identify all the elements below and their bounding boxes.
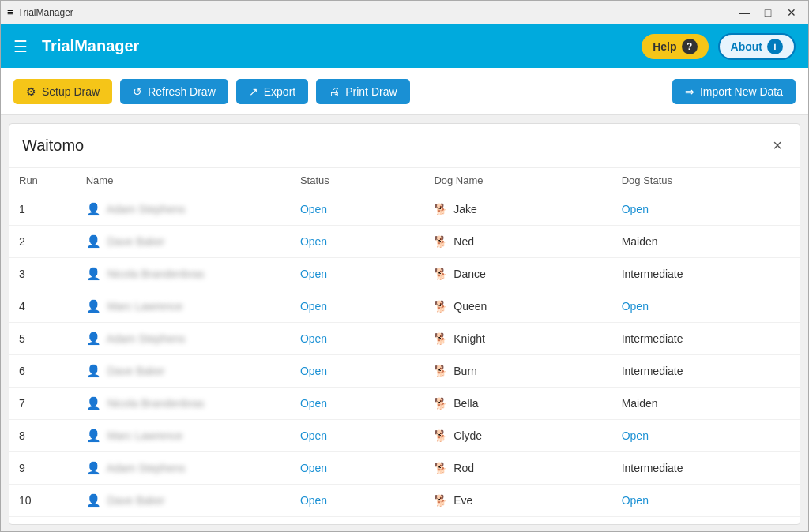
setup-draw-button[interactable]: ⚙ Setup Draw <box>13 79 112 104</box>
print-draw-button[interactable]: 🖨 Print Draw <box>316 79 409 104</box>
cell-status: Open <box>291 452 424 485</box>
cell-status: Open <box>291 355 424 388</box>
help-button[interactable]: Help ? <box>642 34 708 59</box>
cell-dogname: 🐕 Queen <box>424 290 611 323</box>
cell-dogstatus: Intermediate <box>612 452 800 485</box>
cell-name: 👤 Nicola Brandenbras <box>77 517 291 525</box>
person-icon: 👤 <box>86 299 101 313</box>
cell-dogstatus: Maiden <box>612 517 800 525</box>
export-icon: ↗ <box>249 85 258 98</box>
dog-icon: 🐕 <box>434 235 447 248</box>
person-icon: 👤 <box>86 234 101 248</box>
col-dogstatus: Dog Status <box>612 168 800 193</box>
table-row[interactable]: 11 👤 Nicola Brandenbras Open 🐕 Willo Mai… <box>9 517 800 525</box>
person-icon: 👤 <box>86 461 101 474</box>
cell-name: 👤 Dave Baker <box>77 226 291 258</box>
person-icon: 👤 <box>86 332 101 345</box>
cell-name: 👤 Dave Baker <box>77 355 291 388</box>
title-bar: ≡ TrialManager — □ ✕ <box>1 1 808 24</box>
data-table: Run Name Status Dog Name Dog Status 1 👤 … <box>9 168 800 524</box>
cell-run: 7 <box>9 388 77 420</box>
cell-name: 👤 Adam Stephens <box>77 323 291 355</box>
cell-run: 8 <box>9 420 77 452</box>
refresh-icon: ↺ <box>133 85 142 98</box>
export-button[interactable]: ↗ Export <box>236 79 308 104</box>
cell-name: 👤 Nicola Brandenbras <box>77 388 291 420</box>
col-dogname: Dog Name <box>424 168 611 193</box>
print-icon: 🖨 <box>329 85 340 98</box>
table-row[interactable]: 2 👤 Dave Baker Open 🐕 Ned Maiden <box>9 226 800 258</box>
dog-icon: 🐕 <box>434 268 447 280</box>
menu-icon[interactable]: ☰ <box>13 37 28 56</box>
person-icon: 👤 <box>86 267 101 280</box>
cell-dogstatus: Intermediate <box>612 355 800 388</box>
cell-run: 5 <box>9 323 77 355</box>
cell-dogname: 🐕 Ned <box>424 226 611 258</box>
title-bar-text: TrialManager <box>18 7 734 18</box>
panel-close-button[interactable]: × <box>768 135 787 156</box>
about-icon: i <box>767 39 783 54</box>
cell-dogstatus: Open <box>612 290 800 323</box>
table-row[interactable]: 4 👤 Marc Lawrence Open 🐕 Queen Open <box>9 290 800 323</box>
import-new-data-button[interactable]: ⇒ Import New Data <box>672 79 796 104</box>
panel-title: Waitomo <box>22 137 768 155</box>
refresh-draw-button[interactable]: ↺ Refresh Draw <box>120 79 228 104</box>
person-icon: 👤 <box>86 202 101 215</box>
table-row[interactable]: 1 👤 Adam Stephens Open 🐕 Jake Open <box>9 193 800 226</box>
cell-dogname: 🐕 Willo <box>424 517 611 525</box>
cell-dogstatus: Maiden <box>612 226 800 258</box>
cell-run: 9 <box>9 452 77 485</box>
col-name: Name <box>77 168 291 193</box>
cell-dogname: 🐕 Eve <box>424 485 611 517</box>
cell-dogstatus: Open <box>612 420 800 452</box>
cell-status: Open <box>291 323 424 355</box>
table-row[interactable]: 8 👤 Marc Lawrence Open 🐕 Clyde Open <box>9 420 800 452</box>
table-row[interactable]: 6 👤 Dave Baker Open 🐕 Burn Intermediate <box>9 355 800 388</box>
cell-run: 6 <box>9 355 77 388</box>
table-row[interactable]: 3 👤 Nicola Brandenbras Open 🐕 Dance Inte… <box>9 258 800 290</box>
help-label: Help <box>653 40 676 53</box>
cell-name: 👤 Dave Baker <box>77 485 291 517</box>
window-controls: — □ ✕ <box>734 5 802 21</box>
cell-dogname: 🐕 Rod <box>424 452 611 485</box>
cell-dogname: 🐕 Jake <box>424 193 611 226</box>
maximize-button[interactable]: □ <box>758 5 778 21</box>
col-run: Run <box>9 168 77 193</box>
cell-name: 👤 Marc Lawrence <box>77 420 291 452</box>
cell-dogstatus: Intermediate <box>612 258 800 290</box>
cell-dogname: 🐕 Knight <box>424 323 611 355</box>
about-label: About <box>731 40 762 53</box>
table-row[interactable]: 5 👤 Adam Stephens Open 🐕 Knight Intermed… <box>9 323 800 355</box>
close-button[interactable]: ✕ <box>781 5 802 21</box>
cell-name: 👤 Adam Stephens <box>77 452 291 485</box>
cell-status: Open <box>291 258 424 290</box>
person-icon: 👤 <box>86 493 101 507</box>
cell-dogstatus: Intermediate <box>612 323 800 355</box>
gear-icon: ⚙ <box>26 85 36 98</box>
cell-dogname: 🐕 Clyde <box>424 420 611 452</box>
cell-name: 👤 Nicola Brandenbras <box>77 258 291 290</box>
table-row[interactable]: 10 👤 Dave Baker Open 🐕 Eve Open <box>9 485 800 517</box>
nav-bar: ☰ TrialManager Help ? About i <box>1 24 808 68</box>
cell-run: 2 <box>9 226 77 258</box>
cell-name: 👤 Adam Stephens <box>77 193 291 226</box>
table-scroll-container[interactable]: Run Name Status Dog Name Dog Status 1 👤 … <box>9 168 800 524</box>
dog-icon: 🐕 <box>434 462 447 474</box>
cell-status: Open <box>291 388 424 420</box>
dog-icon: 🐕 <box>434 365 447 377</box>
dog-icon: 🐕 <box>434 332 447 345</box>
cell-dogname: 🐕 Burn <box>424 355 611 388</box>
person-icon: 👤 <box>86 396 101 410</box>
cell-dogname: 🐕 Bella <box>424 388 611 420</box>
cell-status: Open <box>291 226 424 258</box>
cell-dogstatus: Maiden <box>612 388 800 420</box>
col-status: Status <box>291 168 424 193</box>
table-row[interactable]: 9 👤 Adam Stephens Open 🐕 Rod Intermediat… <box>9 452 800 485</box>
table-row[interactable]: 7 👤 Nicola Brandenbras Open 🐕 Bella Maid… <box>9 388 800 420</box>
about-button[interactable]: About i <box>718 33 796 60</box>
minimize-button[interactable]: — <box>734 5 754 21</box>
cell-dogname: 🐕 Dance <box>424 258 611 290</box>
cell-run: 3 <box>9 258 77 290</box>
dog-icon: 🐕 <box>434 429 447 442</box>
app-title: TrialManager <box>42 37 632 55</box>
